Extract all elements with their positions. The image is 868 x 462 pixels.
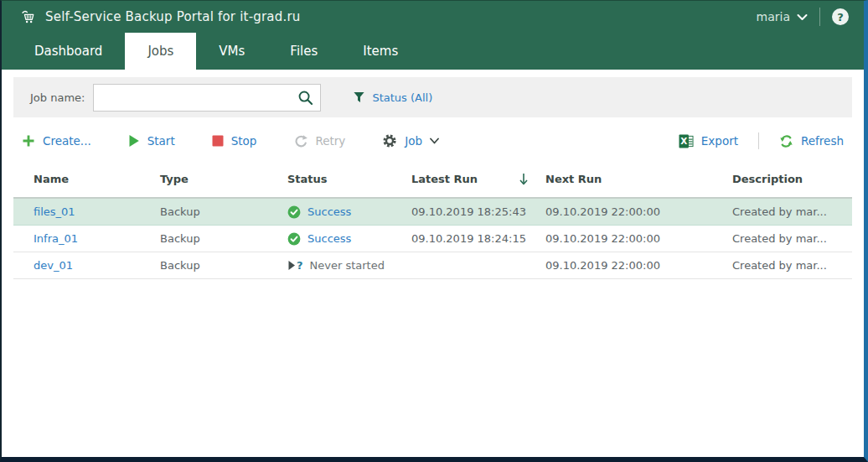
tab-jobs[interactable]: Jobs [125,33,196,70]
column-header-status[interactable]: Status [287,161,411,198]
job-type-cell: Backup [160,226,287,252]
column-header-latest-run[interactable]: Latest Run [411,161,545,198]
job-status-link[interactable]: Success [307,232,351,245]
main-nav-tabs: Dashboard Jobs VMs Files Items [2,33,864,70]
job-name-label: Job name: [30,91,85,104]
column-header-next-run[interactable]: Next Run [545,161,732,198]
question-mark-icon: ? [837,11,844,23]
tab-dashboard[interactable]: Dashboard [12,33,125,70]
user-menu[interactable]: maria [757,10,808,23]
success-check-icon [287,232,301,246]
job-name-link[interactable]: dev_01 [34,259,73,272]
tab-items[interactable]: Items [340,33,421,70]
description-cell: Created by mar... [732,226,852,252]
stop-button[interactable]: Stop [204,129,266,153]
job-menu-button[interactable]: Job [374,128,447,153]
titlebar-left: Self-Service Backup Portal for it-grad.r… [20,8,301,26]
start-button[interactable]: Start [120,129,183,153]
titlebar: Self-Service Backup Portal for it-grad.r… [2,1,864,33]
chevron-down-icon [797,13,808,21]
titlebar-divider [819,8,820,26]
never-started-icon: ? [287,259,303,272]
next-run-cell: 09.10.2019 22:00:00 [545,226,732,252]
description-cell: Created by mar... [732,198,852,226]
tab-files[interactable]: Files [267,33,340,70]
filter-bar: Job name: Status (All) [13,77,852,117]
status-filter-label: Status (All) [372,91,432,104]
help-button[interactable]: ? [832,8,849,25]
job-name-search-box [93,84,321,112]
success-check-icon [287,205,301,219]
svg-text:X: X [680,136,687,146]
refresh-button[interactable]: Refresh [771,129,852,153]
search-button[interactable] [290,85,320,111]
column-header-description[interactable]: Description [732,161,852,198]
column-header-name[interactable]: Name [13,161,160,198]
tab-vms[interactable]: VMs [196,33,267,70]
job-type-cell: Backup [160,198,287,226]
table-row-files_01[interactable]: files_01 Backup Success [13,198,852,226]
page-title: Self-Service Backup Portal for it-grad.r… [45,9,301,24]
latest-run-cell: 09.10.2019 18:24:15 [411,226,545,252]
play-icon [128,134,140,148]
portal-cart-logo-icon [20,8,38,26]
export-button[interactable]: X Export [670,129,747,153]
search-icon [297,90,313,106]
description-cell: Created by mar... [732,252,852,279]
username-label: maria [757,10,790,23]
excel-export-icon: X [679,134,694,148]
column-header-type[interactable]: Type [160,161,287,198]
gear-icon [382,133,397,148]
plus-icon [22,134,35,148]
table-row-Infra_01[interactable]: Infra_01 Backup Success [13,226,852,252]
retry-button[interactable]: Retry [285,129,354,153]
refresh-icon [779,134,793,148]
job-name-link[interactable]: Infra_01 [34,232,78,245]
table-row-dev_01[interactable]: dev_01 Backup ? Never started 09.10.2019… [13,252,852,279]
job-name-input[interactable] [94,85,290,111]
next-run-cell: 09.10.2019 22:00:00 [545,252,732,279]
app-window: Self-Service Backup Portal for it-grad.r… [0,0,868,462]
toolbar-right-group: X Export Refresh [670,129,852,153]
next-run-cell: 09.10.2019 22:00:00 [545,198,732,226]
latest-run-cell: 09.10.2019 18:25:43 [411,198,545,226]
jobs-toolbar: Create... Start Stop [13,126,852,156]
jobs-table: Name Type Status Latest Run [13,161,852,457]
toolbar-divider [758,132,759,149]
job-status-link[interactable]: Success [307,205,351,218]
toolbar-left-group: Create... Start Stop [13,128,468,153]
stop-square-icon [212,135,224,147]
retry-arrow-icon [293,134,307,148]
job-type-cell: Backup [160,252,287,279]
status-filter[interactable]: Status (All) [353,91,432,104]
chevron-down-icon [430,138,439,144]
create-button[interactable]: Create... [13,129,100,153]
table-header-row: Name Type Status Latest Run [13,161,852,198]
job-name-link[interactable]: files_01 [34,205,75,218]
sort-descending-icon [519,173,529,185]
latest-run-cell [411,252,545,279]
job-status-text: Never started [310,259,385,272]
filter-funnel-icon [353,91,365,104]
titlebar-right: maria ? [757,8,849,26]
